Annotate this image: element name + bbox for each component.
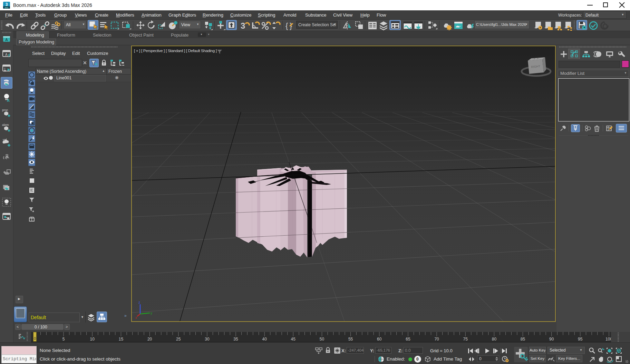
svg-text:y: y — [151, 311, 152, 315]
svg-text:70: 70 — [434, 337, 439, 342]
svg-text:x: x — [135, 316, 137, 319]
svg-text:proc: proc — [2, 108, 8, 112]
svg-text:40: 40 — [262, 337, 267, 342]
svg-text:50: 50 — [320, 337, 324, 342]
svg-text:30: 30 — [205, 337, 210, 342]
svg-text:10: 10 — [90, 337, 95, 342]
svg-text:35: 35 — [233, 337, 238, 342]
svg-text:MAX: MAX — [5, 7, 9, 9]
svg-text:20: 20 — [147, 337, 152, 342]
svg-text:45: 45 — [291, 337, 296, 342]
svg-text:95: 95 — [578, 337, 583, 342]
svg-text:5: 5 — [62, 337, 65, 342]
svg-text:{: { — [285, 21, 288, 30]
svg-text:55: 55 — [348, 337, 353, 342]
svg-text:15: 15 — [119, 337, 124, 342]
svg-text:75: 75 — [463, 337, 468, 342]
svg-text:65: 65 — [406, 337, 410, 342]
svg-text:alem: alem — [2, 123, 9, 127]
svg-text:A: A — [5, 53, 8, 57]
svg-text:A: A — [5, 38, 8, 42]
svg-text:A: A — [7, 98, 10, 102]
svg-text:z: z — [138, 301, 140, 304]
svg-text:90: 90 — [549, 337, 554, 342]
svg-text:80: 80 — [492, 337, 497, 342]
svg-text:25: 25 — [176, 337, 181, 342]
svg-text:85: 85 — [521, 337, 525, 342]
svg-text:3: 3 — [6, 2, 8, 7]
svg-text:3: 3 — [241, 21, 245, 30]
svg-text:60: 60 — [377, 337, 382, 342]
